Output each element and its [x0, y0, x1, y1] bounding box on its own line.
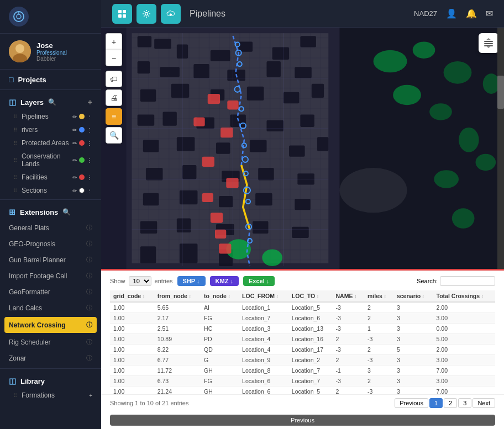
layer-item-pipelines[interactable]: ⠿ Pipelines ✏ ⋮: [0, 110, 101, 123]
user-profile[interactable]: Jose Professional Dabbler: [0, 34, 101, 70]
shp-download-btn[interactable]: SHP ↓: [177, 276, 206, 286]
info-icon[interactable]: ⓘ: [86, 354, 92, 362]
entries-select[interactable]: 10 25 50: [129, 276, 151, 286]
edit-icon[interactable]: ✏: [72, 114, 77, 120]
ext-item-zonar[interactable]: Zonar ⓘ: [0, 350, 101, 366]
zoom-out-btn[interactable]: −: [106, 50, 122, 66]
layer-item-conservation-lands[interactable]: ⠿ Conservation Lands ✏ ⋮: [0, 150, 101, 171]
table-row[interactable]: 1.006.77GLocation_9Location_22-333.00: [110, 355, 495, 366]
edit-icon[interactable]: ✏: [72, 188, 77, 194]
edit-icon[interactable]: ✏: [72, 140, 77, 146]
info-icon[interactable]: ⓘ: [86, 272, 92, 280]
ext-item-geo-prognosis[interactable]: GEO-Prognosis ⓘ: [0, 236, 101, 252]
next-page-btn[interactable]: Next: [473, 398, 495, 408]
ext-item-rig-scheduler[interactable]: Rig Scheduler ⓘ: [0, 334, 101, 350]
notification-icon[interactable]: 🔔: [466, 8, 477, 19]
previous-action-btn[interactable]: Previous: [110, 415, 495, 426]
map-scrollbar[interactable]: [497, 28, 504, 269]
layer-dot-red[interactable]: [79, 140, 85, 146]
info-icon[interactable]: ⓘ: [86, 304, 92, 312]
layer-dot-blue[interactable]: [79, 127, 85, 133]
layer-dot-white[interactable]: [79, 188, 85, 193]
edit-icon[interactable]: ✏: [72, 174, 77, 181]
edit-icon[interactable]: ✏: [72, 127, 77, 133]
info-icon[interactable]: ⓘ: [86, 288, 92, 296]
table-row[interactable]: 1.0011.72GHLocation_8Location_7-1337.00: [110, 366, 495, 376]
more-icon[interactable]: ⋮: [87, 114, 92, 120]
more-icon[interactable]: ⋮: [87, 140, 92, 146]
extensions-search-btn[interactable]: 🔍: [62, 208, 71, 216]
tag-btn[interactable]: 🏷: [106, 71, 122, 87]
more-icon[interactable]: ⋮: [87, 174, 92, 181]
ext-item-land-calcs[interactable]: Land Calcs ⓘ: [0, 300, 101, 316]
col-from-node[interactable]: from_node: [154, 290, 201, 302]
info-icon[interactable]: ⓘ: [86, 224, 92, 232]
more-icon[interactable]: +: [89, 393, 92, 399]
edit-icon[interactable]: ✏: [72, 157, 77, 163]
zoom-in-btn[interactable]: +: [106, 33, 122, 50]
prev-page-btn[interactable]: Previous: [395, 398, 428, 408]
ext-item-import-footage[interactable]: Import Footage Call ⓘ: [0, 268, 101, 284]
ext-item-gun-barrel[interactable]: Gun Barrel Planner ⓘ: [0, 252, 101, 268]
col-scenario[interactable]: scenario: [393, 290, 433, 302]
more-icon[interactable]: ⋮: [87, 157, 92, 163]
svg-rect-86: [208, 94, 220, 104]
more-icon[interactable]: ⋮: [87, 188, 92, 194]
layer-dot-green[interactable]: [79, 157, 85, 163]
search-map-btn[interactable]: 🔍: [106, 127, 122, 144]
search-input[interactable]: [440, 276, 495, 286]
info-icon[interactable]: ⓘ: [86, 321, 92, 329]
app-logo-icon[interactable]: [9, 7, 29, 27]
col-grid-code[interactable]: grid_code: [110, 290, 154, 302]
page-btn-2[interactable]: 2: [444, 398, 457, 408]
projects-section[interactable]: □ Projects: [0, 70, 101, 87]
layers-toggle-btn[interactable]: [479, 33, 498, 53]
mail-icon[interactable]: ✉: [486, 8, 493, 19]
layers-search-btn[interactable]: 🔍: [48, 98, 56, 106]
topbar-btn-grid[interactable]: [112, 4, 132, 24]
table-row[interactable]: 1.006.73FGLocation_6Location_7-3233.00: [110, 376, 495, 386]
table-row[interactable]: 1.002.51HCLocation_3Location_13-3130.00: [110, 324, 495, 334]
ext-item-general-plats[interactable]: General Plats ⓘ: [0, 220, 101, 236]
col-to-node[interactable]: to_node: [201, 290, 239, 302]
col-loc-from[interactable]: LOC_FROM: [239, 290, 288, 302]
info-icon[interactable]: ⓘ: [86, 256, 92, 264]
table-row[interactable]: 1.0010.89PDLocation_4Location_162-335.00: [110, 334, 495, 345]
info-icon[interactable]: ⓘ: [86, 338, 92, 346]
col-miles[interactable]: miles: [364, 290, 393, 302]
ext-label: Import Footage Call: [9, 272, 67, 280]
layer-dot-yellow[interactable]: [79, 114, 85, 119]
layer-item-sections[interactable]: ⠿ Sections ✏ ⋮: [0, 184, 101, 197]
scrollbar-thumb[interactable]: [497, 76, 504, 109]
col-loc-to[interactable]: LOC_TO: [288, 290, 333, 302]
col-name[interactable]: NAME: [333, 290, 365, 302]
ext-item-geoformatter[interactable]: GeoFormatter ⓘ: [0, 284, 101, 300]
layer-item-protected-areas[interactable]: ⠿ Protected Areas ✏ ⋮: [0, 136, 101, 150]
topbar-btn-cloud[interactable]: [161, 4, 181, 24]
user-icon[interactable]: 👤: [446, 8, 457, 19]
page-btn-3[interactable]: 3: [458, 398, 471, 408]
excel-download-btn[interactable]: Excel ↓: [243, 276, 275, 286]
info-icon[interactable]: ⓘ: [86, 240, 92, 248]
svg-rect-56: [140, 221, 157, 234]
topbar-btn-settings[interactable]: [136, 4, 156, 24]
print-btn[interactable]: 🖨: [106, 89, 122, 106]
list-btn[interactable]: ≡: [106, 108, 122, 125]
layer-item-facilities[interactable]: ⠿ Facilities ✏ ⋮: [0, 171, 101, 184]
layers-add-btn[interactable]: +: [88, 98, 92, 107]
table-row[interactable]: 1.005.65AILocation_1Location_5-3232.00: [110, 302, 495, 313]
library-item-formations[interactable]: ⠿ Formations +: [0, 389, 101, 402]
layer-item-rivers[interactable]: ⠿ rivers ✏ ⋮: [0, 123, 101, 136]
table-row[interactable]: 1.002.17FGLocation_7Location_6-3233.00: [110, 313, 495, 324]
svg-rect-55: [295, 199, 310, 210]
page-btn-1[interactable]: 1: [429, 398, 443, 408]
kmz-download-btn[interactable]: KMZ ↓: [210, 276, 239, 286]
ext-item-network-crossing[interactable]: Network Crossing ⓘ: [4, 317, 97, 333]
layer-dot-red[interactable]: [79, 174, 85, 180]
table-cell: 0.00: [433, 324, 495, 334]
table-row[interactable]: 1.0021.24GHLocation_6Location_52-337.00: [110, 386, 495, 395]
col-total-crossings[interactable]: Total Crossings: [433, 290, 495, 302]
more-icon[interactable]: ⋮: [87, 127, 92, 133]
table-row[interactable]: 1.008.22QDLocation_4Location_17-3252.00: [110, 345, 495, 355]
map-canvas[interactable]: [101, 28, 504, 269]
